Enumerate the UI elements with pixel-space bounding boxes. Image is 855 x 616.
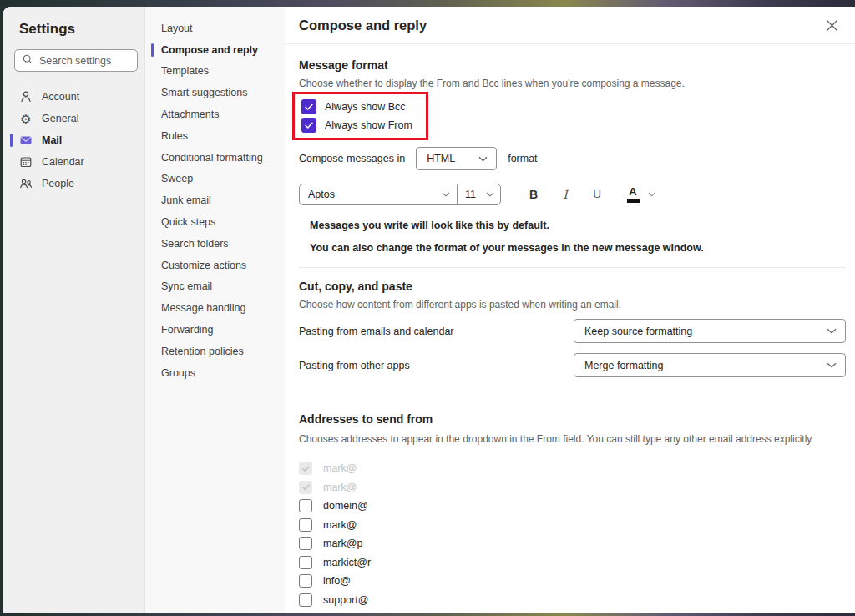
nav-item-layout[interactable]: Layout xyxy=(145,18,285,39)
font-size-select[interactable]: 11 xyxy=(457,184,500,204)
nav-item-label: Junk email xyxy=(161,194,211,206)
nav-item-groups[interactable]: Groups xyxy=(145,362,285,384)
paste-other-apps-select[interactable]: Merge formatting xyxy=(574,353,846,377)
address-row[interactable]: info@ xyxy=(299,572,846,591)
message-preview-line1: Messages you write will look like this b… xyxy=(310,220,846,231)
nav-item-label: Layout xyxy=(161,23,193,34)
people-icon xyxy=(19,177,33,190)
font-color-control: A xyxy=(623,186,655,202)
nav-item-label: Groups xyxy=(161,367,195,379)
address-row[interactable]: support@ xyxy=(299,591,846,610)
checkbox-checked-disabled-icon xyxy=(299,481,312,494)
sidebar-item-label: General xyxy=(42,113,78,124)
checkbox-checked-icon[interactable] xyxy=(301,118,316,133)
paste-row-label: Pasting from emails and calendar xyxy=(299,326,454,337)
address-label: support@ xyxy=(323,594,368,606)
nav-item-sweep[interactable]: Sweep xyxy=(145,169,285,190)
address-row[interactable]: mark@p xyxy=(299,534,846,553)
settings-content: Message format Choose whether to display… xyxy=(285,44,855,613)
settings-main-panel: Compose and reply Message format Choose … xyxy=(285,7,855,613)
message-preview-line2: You can also change the format of your m… xyxy=(310,242,846,254)
gear-icon: ⚙ xyxy=(19,112,33,125)
checkbox-unchecked-icon[interactable] xyxy=(299,556,312,569)
sidebar-item-label: People xyxy=(42,178,74,189)
italic-button[interactable]: I xyxy=(549,188,581,201)
checkbox-unchecked-icon[interactable] xyxy=(299,593,312,607)
close-icon[interactable] xyxy=(820,13,843,37)
highlight-annotation-box: Always show Bcc Always show From xyxy=(292,92,428,140)
calendar-icon xyxy=(19,155,33,169)
sidebar-item-label: Mail xyxy=(42,134,62,146)
compose-messages-row: Compose messages in HTML format xyxy=(299,147,846,170)
sidebar-item-general[interactable]: ⚙ General xyxy=(3,108,144,129)
nav-item-smart-suggestions[interactable]: Smart suggestions xyxy=(145,82,285,104)
address-label: mark@ xyxy=(323,482,357,493)
nav-item-templates[interactable]: Templates xyxy=(145,61,285,83)
search-settings-box[interactable] xyxy=(14,49,138,72)
sidebar-item-people[interactable]: People xyxy=(3,173,144,194)
nav-item-quick-steps[interactable]: Quick steps xyxy=(145,211,285,233)
nav-item-label: Quick steps xyxy=(161,216,215,228)
nav-item-forwarding[interactable]: Forwarding xyxy=(145,319,285,341)
addresses-description: Chooses addresses to appear in the dropd… xyxy=(299,433,846,445)
nav-item-conditional-formatting[interactable]: Conditional formatting xyxy=(145,147,285,169)
nav-item-search-folders[interactable]: Search folders xyxy=(145,233,285,255)
checkbox-row-always-show-from[interactable]: Always show From xyxy=(301,116,419,134)
compose-format-select[interactable]: HTML xyxy=(416,147,497,170)
address-label: domein@ xyxy=(323,500,368,512)
compose-format-suffix: format xyxy=(508,153,537,164)
settings-sidebar: Settings Account ⚙ General M xyxy=(3,7,144,613)
nav-item-label: Retention policies xyxy=(161,346,244,357)
address-label: info@ xyxy=(323,575,351,587)
nav-item-compose-and-reply[interactable]: Compose and reply xyxy=(145,39,285,61)
address-row[interactable]: markict@r xyxy=(299,553,846,573)
nav-item-attachments[interactable]: Attachments xyxy=(145,104,285,125)
checkbox-unchecked-icon[interactable] xyxy=(299,574,312,588)
checkbox-checked-icon[interactable] xyxy=(301,99,316,114)
sidebar-nav: Account ⚙ General Mail Calendar xyxy=(3,86,144,194)
address-row[interactable]: mark@ xyxy=(299,516,846,535)
address-label: markict@r xyxy=(323,557,371,568)
paste-emails-select[interactable]: Keep source formatting xyxy=(574,319,846,343)
sidebar-item-mail[interactable]: Mail xyxy=(3,129,144,151)
chevron-down-icon xyxy=(648,192,655,197)
nav-item-label: Search folders xyxy=(161,238,229,250)
paste-row-other-apps: Pasting from other apps Merge formatting xyxy=(299,353,846,377)
person-icon xyxy=(19,90,33,104)
nav-item-customize-actions[interactable]: Customize actions xyxy=(145,255,285,276)
address-row[interactable]: domein@ xyxy=(299,497,846,516)
sidebar-item-label: Account xyxy=(42,91,79,103)
checkbox-row-always-show-bcc[interactable]: Always show Bcc xyxy=(301,98,419,116)
section-divider xyxy=(299,267,846,268)
nav-item-rules[interactable]: Rules xyxy=(145,125,285,147)
compose-messages-label: Compose messages in xyxy=(299,153,405,164)
nav-item-label: Templates xyxy=(161,65,209,77)
checkbox-checked-disabled-icon xyxy=(299,462,312,475)
font-toolbar: Aptos 11 B I U A xyxy=(299,184,846,205)
nav-item-label: Sync email xyxy=(161,280,212,292)
bold-button[interactable]: B xyxy=(518,188,549,201)
main-header: Compose and reply xyxy=(285,7,855,44)
nav-item-sync-email[interactable]: Sync email xyxy=(145,276,285,298)
section-heading-cut-copy-paste: Cut, copy, and paste xyxy=(299,280,846,293)
font-family-select[interactable]: Aptos xyxy=(300,184,457,204)
checkbox-label: Always show Bcc xyxy=(325,101,406,113)
checkbox-unchecked-icon[interactable] xyxy=(299,499,312,512)
font-control: Aptos 11 xyxy=(299,184,501,205)
sidebar-item-account[interactable]: Account xyxy=(3,86,144,108)
checkbox-unchecked-icon[interactable] xyxy=(299,537,312,550)
nav-item-junk-email[interactable]: Junk email xyxy=(145,189,285,211)
nav-item-retention-policies[interactable]: Retention policies xyxy=(145,341,285,362)
nav-item-message-handling[interactable]: Message handling xyxy=(145,297,285,319)
nav-item-label: Conditional formatting xyxy=(161,152,263,164)
search-settings-input[interactable] xyxy=(38,54,132,68)
sidebar-item-calendar[interactable]: Calendar xyxy=(3,151,144,173)
settings-title: Settings xyxy=(19,21,144,38)
mail-settings-nav: Layout Compose and reply Templates Smart… xyxy=(144,7,285,613)
underline-button[interactable]: U xyxy=(581,188,613,200)
section-divider xyxy=(299,401,846,401)
font-color-button[interactable]: A xyxy=(623,186,643,202)
checkbox-unchecked-icon[interactable] xyxy=(299,518,312,532)
paste-row-emails-calendar: Pasting from emails and calendar Keep so… xyxy=(299,319,846,343)
section-heading-message-format: Message format xyxy=(299,58,846,72)
